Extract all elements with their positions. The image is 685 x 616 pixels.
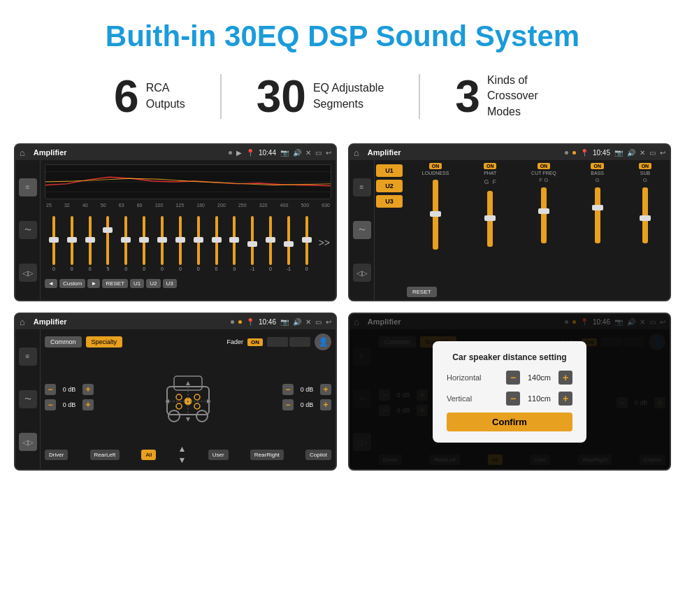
- db-minus-4[interactable]: −: [282, 399, 294, 410]
- u2-btn[interactable]: U2: [376, 180, 403, 192]
- phat-on[interactable]: ON: [484, 163, 497, 169]
- eq-prev-btn[interactable]: ◄: [45, 279, 57, 288]
- eq-slider-4[interactable]: 5: [101, 216, 116, 271]
- crossover-reset-btn[interactable]: RESET: [407, 287, 437, 297]
- eq-slider-2[interactable]: 0: [64, 216, 80, 271]
- user-btn[interactable]: User: [208, 450, 229, 460]
- rear-left-btn[interactable]: RearLeft: [90, 450, 120, 460]
- db-plus-2[interactable]: +: [82, 399, 94, 410]
- eq-slider-7[interactable]: 0: [154, 216, 170, 271]
- close-icon-2[interactable]: ✕: [640, 149, 645, 157]
- play-icon[interactable]: ▶: [236, 149, 242, 157]
- eq-slider-15[interactable]: 0: [299, 216, 315, 271]
- all-btn[interactable]: All: [141, 450, 156, 460]
- minimize-icon-2[interactable]: ▭: [649, 149, 656, 157]
- vertical-minus-btn[interactable]: −: [506, 392, 520, 406]
- copilot-btn[interactable]: Copilot: [305, 450, 331, 460]
- eq-slider-14[interactable]: -1: [281, 216, 296, 271]
- eq-u3-btn[interactable]: U3: [163, 279, 177, 288]
- cutfreq-on[interactable]: ON: [538, 163, 551, 169]
- eq-slider-10[interactable]: 0: [209, 216, 224, 271]
- db-minus-2[interactable]: −: [45, 399, 56, 410]
- minimize-icon-3[interactable]: ▭: [315, 318, 322, 326]
- bass-on[interactable]: ON: [591, 163, 604, 169]
- close-icon-3[interactable]: ✕: [305, 318, 311, 326]
- home-icon-2[interactable]: ⌂: [354, 148, 359, 158]
- volume-icon-2[interactable]: 🔊: [627, 149, 635, 157]
- stat-crossover-label: Kinds ofCrossover Modes: [487, 73, 571, 120]
- volume-icon-3[interactable]: 🔊: [293, 318, 301, 326]
- u3-btn[interactable]: U3: [376, 195, 403, 208]
- cx-speaker-btn[interactable]: ◁▷: [353, 264, 371, 282]
- back-icon-2[interactable]: ↩: [660, 149, 665, 157]
- eq-slider-3[interactable]: 0: [82, 216, 98, 271]
- loudness-on[interactable]: ON: [429, 163, 442, 169]
- rear-right-btn[interactable]: RearRight: [250, 450, 284, 460]
- up-arrow-icon[interactable]: ▲: [178, 444, 187, 454]
- cx-filter-btn[interactable]: ≡: [353, 178, 371, 196]
- fader-on-badge[interactable]: ON: [247, 338, 263, 346]
- cutfreq-slider[interactable]: [541, 187, 547, 243]
- ch-sub: ON SUB G: [639, 163, 652, 252]
- common-tab[interactable]: Common: [45, 336, 82, 348]
- eq-slider-6[interactable]: 0: [136, 216, 152, 271]
- vertical-plus-btn[interactable]: +: [558, 392, 572, 406]
- db-minus-1[interactable]: −: [45, 384, 56, 395]
- loudness-slider[interactable]: [433, 180, 438, 250]
- eq-slider-5[interactable]: 0: [118, 216, 134, 271]
- vertical-row: Vertical − 110cm +: [447, 392, 572, 406]
- back-icon-3[interactable]: ↩: [326, 318, 331, 326]
- eq-wave-btn[interactable]: 〜: [19, 221, 37, 239]
- camera-icon-3[interactable]: 📷: [280, 318, 289, 326]
- fader-sidebar: ≡ 〜 ◁▷: [15, 329, 41, 469]
- fader-person-icon[interactable]: 👤: [315, 334, 331, 350]
- volume-icon[interactable]: 🔊: [293, 149, 301, 157]
- eq-slider-9[interactable]: 0: [191, 216, 206, 271]
- fader-slider-2[interactable]: [289, 337, 310, 347]
- close-icon[interactable]: ✕: [305, 149, 311, 157]
- eq-slider-11[interactable]: 0: [226, 216, 242, 271]
- u1-btn[interactable]: U1: [376, 164, 403, 177]
- bass-slider[interactable]: [595, 187, 600, 243]
- eq-u1-btn[interactable]: U1: [130, 279, 144, 288]
- driver-btn[interactable]: Driver: [45, 450, 68, 460]
- confirm-button[interactable]: Confirm: [447, 413, 572, 431]
- eq-slider-1[interactable]: 0: [46, 216, 62, 271]
- cx-wave-btn[interactable]: 〜: [353, 221, 371, 239]
- db-minus-3[interactable]: −: [282, 384, 294, 395]
- db-plus-4[interactable]: +: [320, 399, 331, 410]
- eq-reset-btn[interactable]: RESET: [102, 279, 128, 288]
- eq-slider-13[interactable]: 0: [263, 216, 278, 271]
- camera-icon-2[interactable]: 📷: [614, 149, 623, 157]
- sub-slider[interactable]: [642, 187, 648, 243]
- eq-filter-btn[interactable]: ≡: [19, 178, 37, 196]
- fader-slider-1[interactable]: [267, 337, 288, 347]
- back-icon[interactable]: ↩: [326, 149, 331, 157]
- fd-speaker-btn[interactable]: ◁▷: [19, 433, 37, 451]
- home-icon-3[interactable]: ⌂: [20, 317, 25, 327]
- horizontal-minus-btn[interactable]: −: [506, 371, 520, 385]
- down-arrow-icon[interactable]: ▼: [178, 455, 187, 465]
- db-plus-3[interactable]: +: [320, 384, 331, 395]
- fd-wave-btn[interactable]: 〜: [19, 390, 37, 408]
- minimize-icon[interactable]: ▭: [315, 149, 322, 157]
- sub-vals: G: [643, 177, 647, 183]
- home-icon[interactable]: ⌂: [20, 148, 25, 158]
- eq-slider-8[interactable]: 0: [173, 216, 188, 271]
- fd-filter-btn[interactable]: ≡: [19, 348, 37, 366]
- specialty-tab[interactable]: Specialty: [86, 336, 123, 348]
- crossover-content: ≡ 〜 ◁▷ U1 U2 U3 ON LOUDNESS: [349, 160, 670, 300]
- eq-next-btn[interactable]: ►: [87, 279, 100, 288]
- eq-u2-btn[interactable]: U2: [146, 279, 160, 288]
- sub-on[interactable]: ON: [639, 163, 652, 169]
- eq-speaker-btn[interactable]: ◁▷: [19, 264, 37, 282]
- camera-icon[interactable]: 📷: [280, 149, 289, 157]
- eq-expand-icon[interactable]: >>: [319, 237, 330, 248]
- svg-point-6: [196, 410, 208, 422]
- eq-slider-12[interactable]: -1: [245, 216, 260, 271]
- car-speaker-dialog: Car speaker distance setting Horizontal …: [433, 341, 586, 443]
- db-plus-1[interactable]: +: [82, 384, 94, 395]
- sub-label: SUB: [640, 171, 650, 176]
- horizontal-plus-btn[interactable]: +: [558, 371, 572, 385]
- phat-slider[interactable]: [487, 191, 493, 247]
